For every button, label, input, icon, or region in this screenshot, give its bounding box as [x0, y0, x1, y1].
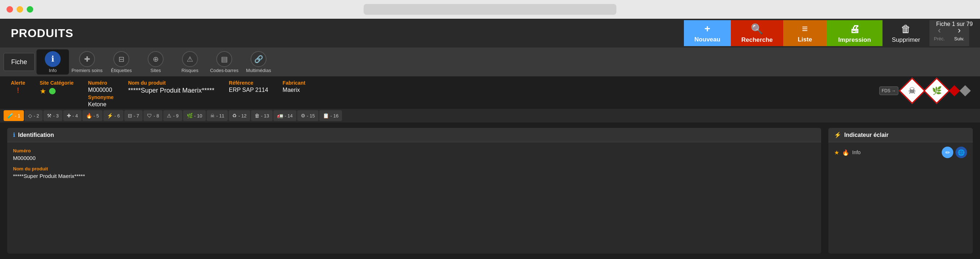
- indicateur-eclair-title: Indicateur éclair: [844, 132, 889, 138]
- numero-value: M000000: [88, 87, 114, 93]
- right-actions: ✏ 🌐: [942, 147, 967, 158]
- alert-section: Alerte !: [11, 80, 25, 95]
- nom-produit-value: *****Super Produit Maerix*****: [128, 87, 215, 95]
- list-icon: ≡: [802, 23, 808, 35]
- lightning-icon: ⚡: [834, 131, 842, 138]
- close-button[interactable]: [6, 6, 13, 13]
- identification-title: Identification: [18, 132, 54, 138]
- title-bar-search[interactable]: [364, 4, 616, 15]
- hazard-environment: 🌿: [926, 80, 948, 101]
- edit-icon: ✏: [945, 149, 950, 156]
- main-container: PRODUITS + Nouveau 🔍 Recherche ≡ Liste: [0, 19, 980, 259]
- tab-5[interactable]: 🔥 - 5: [82, 110, 103, 121]
- site-category-label: Site Catégorie: [40, 80, 74, 86]
- tab-15[interactable]: ⚙ - 15: [297, 110, 318, 121]
- nav-codes-barres[interactable]: ▤ Codes-barres: [208, 49, 240, 74]
- indicateur-eclair-header: ⚡ Indicateur éclair: [828, 128, 973, 142]
- tab-12-icon: ♻: [232, 113, 237, 118]
- tab-1-icon: 🧪: [7, 113, 13, 118]
- tab-11[interactable]: ☠ - 11: [207, 110, 228, 121]
- nav-info[interactable]: ℹ Info: [37, 49, 69, 74]
- id-numero-label: Numéro: [13, 148, 815, 153]
- supprimer-label: Supprimer: [892, 36, 920, 44]
- tab-8[interactable]: 🛡 - 8: [143, 110, 162, 121]
- id-numero-value: M000000: [13, 155, 815, 161]
- info-label: Info: [49, 68, 57, 73]
- globe-button[interactable]: 🌐: [955, 147, 967, 158]
- alert-exclamation-icon: !: [17, 86, 19, 95]
- tab-4[interactable]: ✚ - 4: [63, 110, 82, 121]
- hazard-skull: ☠: [901, 80, 923, 101]
- tab-16-icon: 📋: [323, 113, 329, 118]
- minimize-button[interactable]: [17, 6, 23, 13]
- tab-16[interactable]: 📋 - 16: [319, 110, 342, 121]
- search-icon: 🔍: [751, 23, 764, 35]
- prev-label: Préc.: [934, 36, 945, 41]
- flame-icon: 🔥: [842, 149, 849, 156]
- recherche-button[interactable]: 🔍 Recherche: [731, 20, 783, 46]
- impression-label: Impression: [838, 36, 871, 44]
- nav-premiers-soins[interactable]: ✚ Premiers soins: [71, 49, 103, 74]
- premiers-soins-label: Premiers soins: [72, 68, 103, 73]
- reference-label: Référence: [229, 80, 268, 86]
- tab-1[interactable]: 🧪 - 1: [3, 110, 24, 121]
- tab-fiche[interactable]: Fiche: [3, 53, 35, 71]
- id-nom-produit-value: *****Super Produit Maerix*****: [13, 173, 815, 179]
- print-icon: 🖨: [850, 23, 860, 35]
- fabricant-label: Fabricant: [283, 80, 305, 86]
- etiquettes-label: Étiquettes: [111, 68, 132, 73]
- tab-4-icon: ✚: [67, 113, 71, 118]
- supprimer-button[interactable]: 🗑 Supprimer: [883, 20, 929, 46]
- info-circle-icon: ℹ: [45, 51, 60, 67]
- identification-panel: ℹ Identification Numéro M000000 Nom du p…: [7, 128, 821, 254]
- multimedias-label: Multimédias: [246, 68, 271, 73]
- title-bar: [0, 0, 980, 19]
- environment-icon: 🌿: [932, 86, 942, 95]
- tab-12[interactable]: ♻ - 12: [229, 110, 250, 121]
- edit-button[interactable]: ✏: [942, 147, 953, 158]
- next-label: Suiv.: [955, 36, 964, 41]
- liste-label: Liste: [798, 36, 812, 43]
- tab-6-icon: ⚡: [107, 113, 113, 118]
- synonyme-value: Ketone: [88, 101, 114, 108]
- nav-risques[interactable]: ⚠ Risques: [174, 49, 206, 74]
- action-buttons: + Nouveau 🔍 Recherche ≡ Liste 🖨 Impressi…: [684, 20, 969, 46]
- nouveau-button[interactable]: + Nouveau: [684, 20, 731, 46]
- tab-2[interactable]: ◇ - 2: [25, 110, 43, 121]
- plus-icon: +: [705, 23, 710, 35]
- site-category-value: ★: [40, 87, 74, 95]
- tab-13-icon: 🗑: [255, 113, 259, 118]
- impression-button[interactable]: 🖨 Impression: [827, 20, 883, 46]
- category-dot: [49, 88, 56, 95]
- nom-produit-label: Nom du produit: [128, 80, 215, 86]
- tab-7[interactable]: ⊟ - 7: [124, 110, 143, 121]
- recherche-label: Recherche: [741, 36, 773, 44]
- window-controls: [6, 6, 33, 13]
- tab-2-icon: ◇: [28, 113, 32, 118]
- tab-7-icon: ⊟: [128, 113, 132, 118]
- globe-icon: 🌐: [958, 149, 965, 156]
- tab-3[interactable]: ⚒ - 3: [43, 110, 62, 121]
- fds-label: FDS →: [882, 88, 896, 93]
- content-area: ℹ Identification Numéro M000000 Nom du p…: [0, 123, 980, 259]
- tab-14-icon: 🚛: [277, 113, 283, 118]
- fabricant-value: Maerix: [283, 87, 305, 93]
- fds-button[interactable]: FDS →: [879, 87, 898, 95]
- liste-button[interactable]: ≡ Liste: [783, 20, 827, 46]
- tab-13[interactable]: 🗑 - 13: [251, 110, 273, 121]
- alert-label: Alerte: [11, 80, 25, 86]
- tab-14[interactable]: 🚛 - 14: [274, 110, 296, 121]
- nav-sites[interactable]: ⊕ Sites: [139, 49, 172, 74]
- nav-etiquettes[interactable]: ⊟ Étiquettes: [105, 49, 138, 74]
- id-nom-produit-label: Nom du produit: [13, 166, 815, 172]
- tab-9[interactable]: ⚠ - 9: [163, 110, 182, 121]
- tab-6[interactable]: ⚡ - 6: [103, 110, 124, 121]
- site-category-field: Site Catégorie ★: [40, 80, 74, 95]
- numero-field: Numéro M000000 Synonyme Ketone: [88, 80, 114, 108]
- tab-10[interactable]: 🌿 - 10: [183, 110, 206, 121]
- sites-label: Sites: [151, 68, 161, 73]
- maximize-button[interactable]: [27, 6, 33, 13]
- identification-body: Numéro M000000 Nom du produit *****Super…: [7, 142, 821, 190]
- fiche-counter: Fiche 1 sur 79: [936, 21, 973, 27]
- nav-multimedias[interactable]: 🔗 Multimédias: [242, 49, 275, 74]
